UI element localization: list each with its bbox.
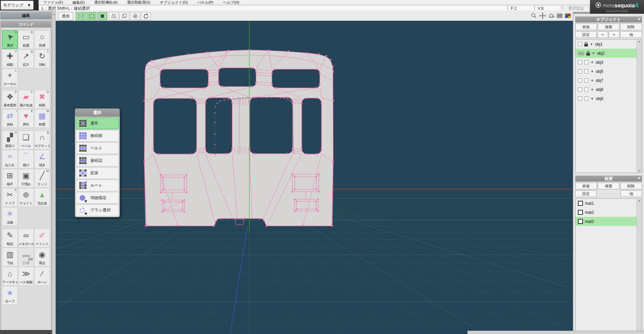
tool-モーフ[interactable]: ★モーフ — [2, 286, 18, 305]
tool-押出[interactable]: E♥押出 — [18, 109, 34, 128]
mode-selector-dropdown[interactable]: モデリング ▼ — [1, 1, 34, 10]
menu-item-7[interactable]: ヘルプ(H) — [218, 0, 244, 5]
tool-穴埋め[interactable]: ▣穴埋め — [18, 169, 34, 188]
button-他[interactable]: 他 — [620, 31, 642, 38]
tool-面張り[interactable]: H▞面張り — [2, 131, 18, 149]
viewport-3d[interactable] — [56, 21, 573, 334]
visibility-checkbox[interactable] — [578, 42, 582, 46]
menu-item-4[interactable]: 選択部処理(S) — [122, 0, 155, 5]
expand-triangle-icon[interactable]: ▼ — [591, 88, 594, 91]
object-row-obj5[interactable]: ▼obj5 — [576, 67, 637, 76]
pan-tool-icon[interactable] — [539, 12, 546, 19]
menu-item-6[interactable]: パネル(P) — [193, 0, 218, 5]
tool-パス複製[interactable]: ≫パス複製 — [18, 267, 34, 286]
tool-ボーン[interactable]: ∕ボーン — [34, 267, 50, 286]
smooth-shading-button[interactable] — [109, 12, 118, 20]
sidebar-collapsed-bar[interactable] — [0, 330, 52, 334]
visibility-checkbox[interactable] — [578, 78, 582, 83]
rotate-view-icon[interactable] — [548, 12, 555, 19]
tool-格子[interactable]: ⊞格子 — [2, 169, 18, 188]
visibility-checkbox[interactable] — [578, 87, 582, 92]
select-mode-現物指定[interactable]: ▶現物指定 — [76, 192, 119, 204]
tool-曲げ[interactable]: ⌒曲げ — [18, 150, 34, 169]
button-新規[interactable]: 新規 — [575, 23, 597, 30]
tool-メタボール[interactable]: ∞メタボール — [18, 229, 34, 247]
expand-triangle-icon[interactable]: ▼ — [591, 97, 594, 100]
perspective-button[interactable]: 透視 — [58, 12, 73, 20]
scroll-down-icon[interactable]: ▼ — [637, 169, 642, 172]
tool-ローカル[interactable]: L⌖ローカル — [2, 68, 18, 87]
close-icon[interactable]: × — [638, 16, 640, 21]
lock-checkbox[interactable] — [584, 96, 589, 101]
button-<[interactable]: < — [597, 31, 608, 38]
tool-材質[interactable]: M▦材質 — [34, 109, 50, 128]
tool-マグネット[interactable]: B∩マグネット — [34, 131, 50, 149]
tool-回転[interactable]: C↻回転 — [34, 49, 50, 68]
show-faces-toggle[interactable] — [97, 12, 107, 20]
tool-視点[interactable]: ◉視点 — [34, 248, 50, 267]
tool-下絵[interactable]: ▥下絵 — [2, 248, 18, 267]
object-row-obj3[interactable]: ▼obj3 — [576, 58, 637, 67]
button-複製[interactable]: 複製 — [598, 183, 620, 189]
tool-法線[interactable]: ✳法線 — [2, 207, 18, 226]
viewport-settings-button[interactable] — [130, 12, 140, 20]
material-list-scrollbar[interactable]: ▲ — [637, 199, 642, 331]
tool-反転[interactable]: I⇄反転 — [2, 109, 18, 128]
select-mode-ベルト[interactable]: ベルト — [76, 142, 119, 154]
tool-面の生成[interactable]: F▰面の生成 — [18, 90, 34, 109]
object-row-obj7[interactable]: ▼obj7 — [576, 76, 637, 85]
zoom-tool-icon[interactable] — [531, 12, 537, 19]
close-icon[interactable]: × — [638, 176, 640, 181]
object-row-obj2[interactable]: ▼obj2 — [576, 49, 637, 58]
button-新規[interactable]: 新規 — [575, 183, 597, 189]
select-mode-接続面[interactable]: 接続面 — [76, 130, 119, 142]
select-mode-ブラシ選択[interactable]: ▶ブラシ選択 — [76, 204, 119, 216]
select-mode-拡張[interactable]: 拡張 — [76, 167, 119, 179]
material-row-mat3[interactable]: mat3 — [576, 217, 637, 226]
tool-移動[interactable]: V✚移動 — [2, 49, 18, 68]
lock-checkbox[interactable] — [584, 78, 589, 83]
object-row-obj6[interactable]: ▼obj6 — [576, 85, 637, 94]
scroll-up-icon[interactable]: ▲ — [637, 40, 642, 43]
lock-checkbox[interactable] — [584, 87, 589, 92]
expand-triangle-icon[interactable]: ▼ — [591, 61, 594, 64]
menu-item-3[interactable]: 選択部属性(A) — [90, 0, 122, 5]
show-vertices-toggle[interactable] — [76, 12, 86, 20]
tool-範囲[interactable]: R▭範囲 — [18, 30, 34, 49]
wireframe-cube-button[interactable] — [119, 12, 129, 20]
visibility-checkbox[interactable] — [578, 60, 582, 64]
menu-item-5[interactable]: オブジェクト(O) — [155, 0, 192, 5]
tool-計測[interactable]: ▬計測EX — [18, 248, 34, 267]
select-mode-連続辺[interactable]: 連続辺 — [76, 155, 119, 166]
tool-基本図形[interactable]: P❖基本図形 — [2, 90, 18, 109]
select-mode-通常[interactable]: 通常 — [76, 117, 119, 129]
tool-ナイフ[interactable]: K✂ナイフ — [2, 188, 18, 207]
tool-頂点色[interactable]: ▲頂点色 — [34, 188, 50, 207]
button-複製[interactable]: 複製 — [598, 23, 620, 30]
button->[interactable]: > — [609, 31, 620, 38]
material-row-mat2[interactable]: mat2 — [576, 208, 637, 217]
expand-triangle-icon[interactable]: ▼ — [592, 52, 595, 55]
button-削除[interactable]: 削除 — [620, 23, 642, 30]
button-削除[interactable]: 削除 — [620, 183, 642, 189]
show-edges-toggle[interactable] — [87, 12, 96, 20]
lock-checkbox[interactable] — [584, 60, 589, 64]
object-row-obj8[interactable]: ▼obj8 — [576, 94, 637, 103]
expand-triangle-icon[interactable]: ▼ — [591, 79, 594, 82]
tool-傾き[interactable]: ∠傾き — [34, 150, 50, 169]
button-設定[interactable]: 設定 — [575, 31, 597, 38]
tool-削除[interactable]: D✖削除 — [34, 90, 50, 109]
visibility-checkbox[interactable] — [578, 69, 582, 74]
object-row-obj1[interactable]: ▼obj1 — [576, 40, 637, 49]
tool-拡大[interactable]: Q↗拡大 — [18, 49, 34, 68]
tool-投縄[interactable]: ○投縄 — [34, 30, 50, 49]
tool-ペイント[interactable]: ✐ペイント — [34, 229, 50, 247]
tool-エッジ[interactable]: W╱エッジ — [34, 169, 50, 188]
layout-grid-icon[interactable] — [557, 13, 563, 18]
material-row-mat1[interactable]: mat1 — [576, 199, 637, 208]
sidebar-splitter[interactable]: ▲ — [52, 10, 56, 334]
menu-item-1[interactable]: ファイル(F) — [39, 0, 68, 5]
tool-選択[interactable]: S➤選択 — [2, 30, 18, 49]
material-swatch[interactable] — [578, 210, 583, 215]
tool-アーマチャー[interactable]: ⌂アーマチャー — [2, 267, 18, 286]
